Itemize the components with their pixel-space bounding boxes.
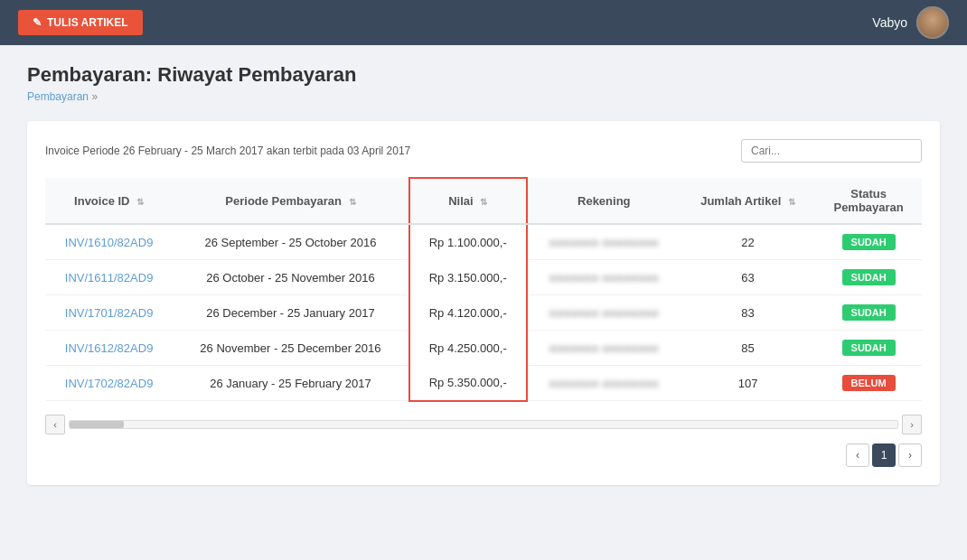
scroll-left-btn[interactable]: ‹ [45,415,65,434]
payment-table: Invoice ID ⇅ Periode Pembayaran ⇅ Nilai … [45,177,922,402]
rekening-cell: ●●●●●●● ●●●●●●●● [527,295,681,331]
breadcrumb-separator: » [91,90,98,103]
scroll-thumb [70,421,124,428]
navbar-left: ✎ TULIS ARTIKEL [18,10,143,35]
status-cell: BELUM [815,366,922,401]
rekening-cell: ●●●●●●● ●●●●●●●● [527,366,681,401]
rekening-cell: ●●●●●●● ●●●●●●●● [527,331,681,366]
periode-cell: 26 December - 25 January 2017 [173,295,409,331]
navbar-right: Vabyo [872,6,949,39]
col-nilai[interactable]: Nilai ⇅ [409,178,527,224]
invoice-id-cell[interactable]: INV/1612/82AD9 [45,331,173,366]
invoice-id-cell[interactable]: INV/1611/82AD9 [45,260,173,295]
navbar: ✎ TULIS ARTIKEL Vabyo [0,0,967,45]
avatar[interactable] [916,6,949,39]
table-row: INV/1610/82AD9 26 September - 25 October… [45,224,922,260]
table-row: INV/1702/82AD9 26 January - 25 February … [45,366,922,401]
table-row: INV/1701/82AD9 26 December - 25 January … [45,295,922,331]
table-row: INV/1612/82AD9 26 November - 25 December… [45,331,922,366]
pencil-icon: ✎ [33,16,42,29]
table-row: INV/1611/82AD9 26 October - 25 November … [45,260,922,295]
rekening-cell: ●●●●●●● ●●●●●●●● [527,224,681,260]
pagination: ‹ 1 › [45,443,922,467]
invoice-id-cell[interactable]: INV/1701/82AD9 [45,295,173,331]
periode-cell: 26 September - 25 October 2016 [173,224,409,260]
invoice-id-cell[interactable]: INV/1702/82AD9 [45,366,173,401]
table-header-row: Invoice ID ⇅ Periode Pembayaran ⇅ Nilai … [45,178,922,224]
col-status: StatusPembayaran [815,178,922,224]
col-jumlah-artikel[interactable]: Jumlah Artikel ⇅ [681,178,815,224]
scroll-right-btn[interactable]: › [902,415,922,434]
jumlah-artikel-cell: 63 [681,260,815,295]
status-badge: BELUM [842,375,896,391]
jumlah-artikel-cell: 22 [681,224,815,260]
sort-icon-invoice: ⇅ [136,197,144,207]
periode-cell: 26 October - 25 November 2016 [173,260,409,295]
nilai-cell: Rp 4.120.000,- [409,295,527,331]
nilai-cell: Rp 3.150.000,- [409,260,527,295]
sort-icon-jumlah: ⇅ [788,197,795,207]
prev-page-btn[interactable]: ‹ [846,443,869,467]
periode-cell: 26 January - 25 February 2017 [173,366,409,401]
write-article-button[interactable]: ✎ TULIS ARTIKEL [18,10,143,35]
nilai-cell: Rp 4.250.000,- [409,331,527,366]
periode-cell: 26 November - 25 December 2016 [173,331,409,366]
avatar-image [916,6,949,39]
breadcrumb-link[interactable]: Pembayaran [27,90,89,103]
col-rekening: Rekening [527,178,681,224]
jumlah-artikel-cell: 83 [681,295,815,331]
sort-icon-periode: ⇅ [349,197,356,207]
write-btn-label: TULIS ARTIKEL [47,16,128,29]
breadcrumb: Pembayaran » [27,90,940,103]
nilai-cell: Rp 5.350.000,- [409,366,527,401]
table-wrapper: Invoice ID ⇅ Periode Pembayaran ⇅ Nilai … [45,177,922,402]
search-input[interactable] [741,139,922,163]
nilai-cell: Rp 1.100.000,- [409,224,527,260]
status-badge: SUDAH [842,234,896,250]
invoice-notice: Invoice Periode 26 February - 25 March 2… [45,145,410,157]
rekening-cell: ●●●●●●● ●●●●●●●● [527,260,681,295]
status-cell: SUDAH [815,224,922,260]
status-cell: SUDAH [815,331,922,366]
username-label: Vabyo [872,15,907,30]
status-badge: SUDAH [842,269,896,285]
status-cell: SUDAH [815,260,922,295]
jumlah-artikel-cell: 107 [681,366,815,401]
sort-icon-nilai: ⇅ [480,197,487,207]
page-title: Pembayaran: Riwayat Pembayaran [27,63,940,87]
scroll-track[interactable] [69,420,898,429]
card-header: Invoice Periode 26 February - 25 March 2… [45,139,922,163]
current-page-btn[interactable]: 1 [872,443,896,467]
invoice-id-cell[interactable]: INV/1610/82AD9 [45,224,173,260]
horizontal-scrollbar: ‹ › [45,415,922,434]
next-page-btn[interactable]: › [898,443,922,467]
status-badge: SUDAH [842,340,896,356]
status-badge: SUDAH [842,304,896,321]
page-wrapper: Pembayaran: Riwayat Pembayaran Pembayara… [0,45,967,503]
jumlah-artikel-cell: 85 [681,331,815,366]
status-cell: SUDAH [815,295,922,331]
col-periode[interactable]: Periode Pembayaran ⇅ [173,178,409,224]
main-card: Invoice Periode 26 February - 25 March 2… [27,121,940,485]
col-invoice-id[interactable]: Invoice ID ⇅ [45,178,173,224]
